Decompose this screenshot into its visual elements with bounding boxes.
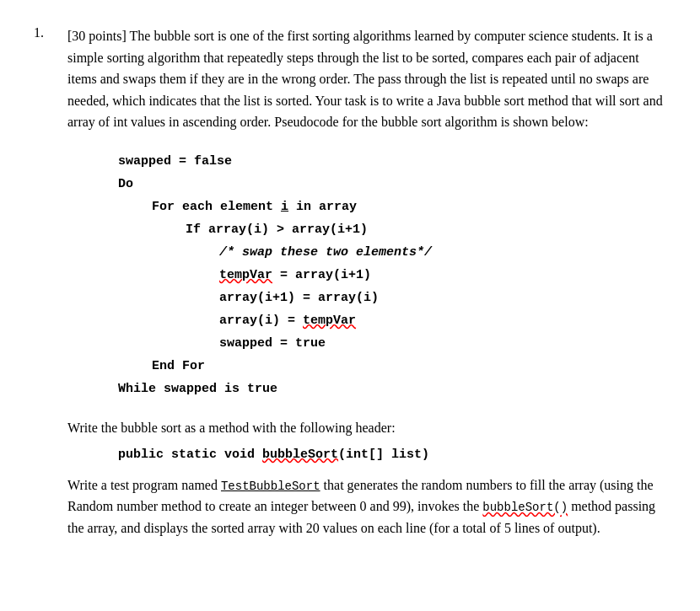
pseudocode-block: swapped = false Do For each element i in… (118, 150, 666, 400)
pseudo-line-2: Do (118, 173, 666, 196)
pseudo-line-10: End For (152, 355, 666, 378)
pseudo-line-11: While swapped is true (118, 378, 666, 400)
pseudo-line-4: If array(i) > array(i+1) (186, 218, 666, 241)
section3-label: Write a test program named (67, 478, 218, 492)
points-label: [30 points] (67, 29, 127, 43)
intro-text: The bubble sort is one of the first sort… (67, 29, 663, 129)
pseudo-line-9: swapped = true (219, 332, 666, 355)
pseudo-line-7: array(i+1) = array(i) (219, 287, 666, 309)
section2-label: Write the bubble sort as a method with t… (67, 417, 666, 439)
question-intro: [30 points] The bubble sort is one of th… (67, 25, 666, 133)
test-class-name: TestBubbleSort (221, 480, 320, 493)
question-body: [30 points] The bubble sort is one of th… (67, 25, 666, 539)
pseudo-line-3: For each element i in array (152, 196, 666, 218)
pseudo-line-6: tempVar = array(i+1) (219, 264, 666, 287)
pseudo-line-8: array(i) = tempVar (219, 309, 666, 332)
section3-text: Write a test program named TestBubbleSor… (67, 474, 666, 539)
pseudo-line-5: /* swap these two elements*/ (219, 241, 666, 264)
method-header: public static void bubbleSort(int[] list… (118, 448, 666, 462)
question-number: 1. (34, 25, 67, 539)
pseudo-line-1: swapped = false (118, 150, 666, 173)
invoke-method: bubbleSort() (482, 501, 568, 514)
question-container: 1. [30 points] The bubble sort is one of… (34, 25, 666, 539)
